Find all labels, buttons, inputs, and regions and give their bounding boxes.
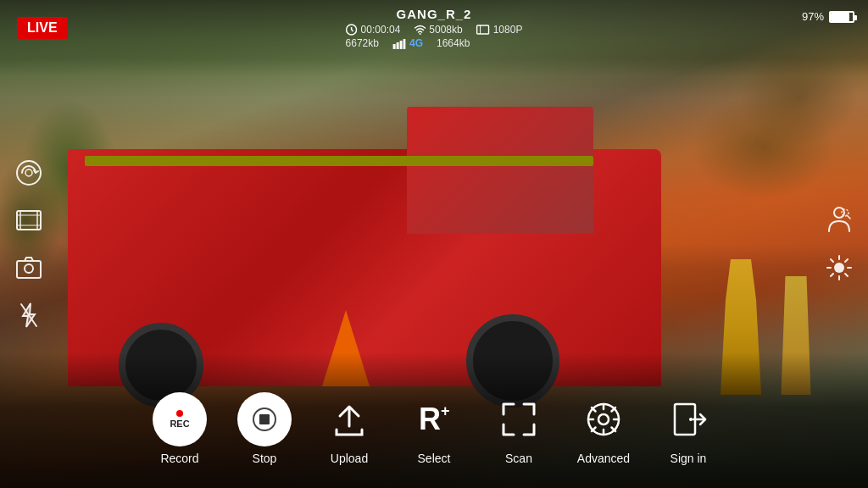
photo-button[interactable] [14,252,44,283]
signin-label: Sign in [670,452,707,465]
upload-label: Upload [331,452,368,465]
network-kb-stat: 1664kb [437,37,470,49]
svg-point-3 [419,33,420,35]
scan-button[interactable]: Scan [481,392,557,465]
stats-row: 00:00:04 5008kb 1080P [346,24,523,36]
scan-label: Scan [505,452,532,465]
upload-icon [322,392,376,446]
channel-name: GANG_R_2 [346,7,523,21]
svg-line-27 [831,259,833,262]
resolution-stat: 1080P [476,24,523,36]
select-button[interactable]: R + Select [396,392,472,465]
upload-button[interactable]: Upload [311,392,387,465]
left-icons-panel [14,158,44,330]
record-button[interactable]: REC Record [142,392,218,465]
battery-percent: 97% [802,10,824,23]
battery-area: 97% [802,10,854,23]
truck-ladder [85,156,593,166]
scan-icon [492,392,546,446]
signin-icon [661,392,715,446]
svg-line-2 [352,30,353,31]
svg-point-18 [25,264,33,273]
svg-point-46 [689,418,693,421]
select-icon: R + [407,392,461,446]
battery-fill [831,13,849,21]
stop-button[interactable]: Stop [226,392,303,465]
advanced-label: Advanced [577,452,630,465]
rec-dot [176,410,183,417]
svg-rect-6 [393,44,396,49]
live-badge: LIVE [17,17,68,39]
svg-point-36 [598,414,609,424]
truck-cabin [407,107,593,234]
person-detect-button[interactable] [824,205,854,236]
svg-point-22 [834,263,844,273]
signin-button[interactable]: Sign in [650,392,726,465]
svg-line-29 [845,259,848,262]
svg-line-28 [845,274,848,276]
network-label: 4G [409,37,423,49]
svg-rect-9 [403,39,406,49]
svg-text:R: R [419,402,441,436]
time-stat: 00:00:04 [346,24,401,36]
advanced-button[interactable]: Advanced [565,392,642,465]
network-kb-value: 1664kb [437,37,470,49]
brightness-button[interactable] [824,252,854,283]
wifi-stat: 5008kb [414,24,462,36]
record-icon: REC [153,392,207,446]
battery-bar [829,11,854,23]
svg-rect-32 [259,414,270,424]
svg-rect-8 [400,41,403,49]
right-icons-panel [824,205,854,283]
data-stat: 6672kb [346,37,379,49]
bottom-toolbar: REC Record Stop Upload R [0,378,868,488]
network-stat: 4G [392,37,423,49]
top-info: GANG_R_2 00:00:04 5008kb 1080P 6672kb 4G… [346,7,523,49]
stop-icon [237,392,292,446]
select-label: Select [418,452,451,465]
svg-point-11 [25,169,32,176]
resolution-value: 1080P [493,24,523,36]
svg-point-20 [834,208,844,218]
time-value: 00:00:04 [361,24,401,36]
svg-line-30 [831,274,833,276]
svg-rect-4 [477,25,489,34]
wifi-value: 5008kb [429,24,462,36]
stats-row-2: 6672kb 4G 1664kb [346,37,523,49]
stop-label: Stop [253,452,277,465]
video-strip-button[interactable] [14,205,44,236]
camera-rotate-button[interactable] [14,158,44,188]
flash-off-button[interactable] [14,300,44,330]
svg-rect-7 [397,42,399,49]
svg-text:+: + [441,402,450,419]
record-label: Record [160,452,198,465]
rec-label: REC [170,419,189,429]
advanced-icon [576,392,631,446]
data-value: 6672kb [346,37,379,49]
